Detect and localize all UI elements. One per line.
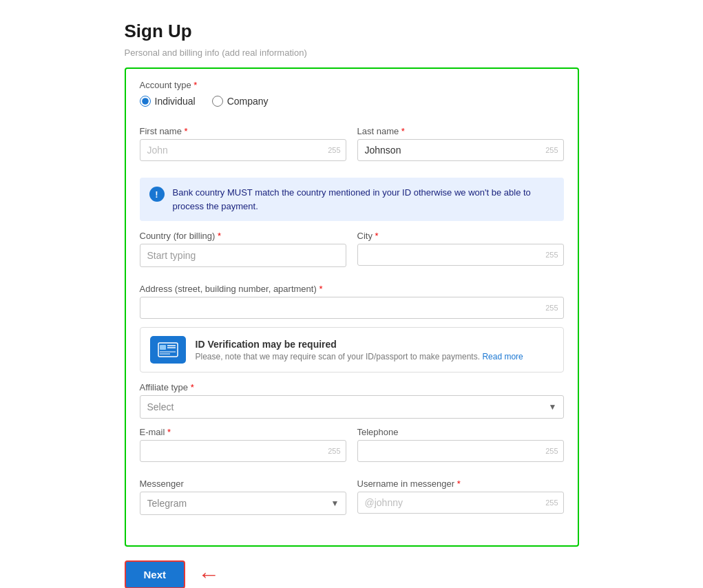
page-subtitle: Personal and billing info (add real info… <box>125 48 579 58</box>
last-name-group: Last name * 255 <box>357 126 564 161</box>
country-label: Country (for billing) * <box>140 231 346 241</box>
account-type-label: Account type * <box>140 80 564 90</box>
first-name-input[interactable] <box>140 139 346 161</box>
address-input[interactable] <box>140 297 564 319</box>
affiliate-type-group: Affiliate type * Select ▼ <box>140 382 564 419</box>
first-name-label: First name * <box>140 126 346 136</box>
company-radio-label[interactable]: Company <box>212 96 269 107</box>
messenger-select-wrapper: Telegram WhatsApp Viber ▼ <box>140 492 346 515</box>
individual-label: Individual <box>155 96 196 107</box>
signup-form: Account type * Individual Company First … <box>125 67 579 547</box>
last-name-wrapper: 255 <box>357 139 564 161</box>
city-label: City * <box>357 231 564 241</box>
address-label: Address (street, building number, apartm… <box>140 284 564 294</box>
messenger-select[interactable]: Telegram WhatsApp Viber <box>140 492 346 515</box>
alert-icon: ! <box>149 187 165 202</box>
email-input[interactable] <box>140 440 346 462</box>
city-wrapper: 255 <box>357 244 564 266</box>
username-messenger-label: Username in messenger * <box>357 479 564 489</box>
company-radio[interactable] <box>212 96 223 107</box>
first-name-wrapper: 255 <box>140 139 346 161</box>
id-verify-title: ID Verification may be required <box>196 339 554 350</box>
affiliate-type-select-wrapper: Select ▼ <box>140 395 564 419</box>
next-button-row: Next ← <box>125 549 579 588</box>
telephone-wrapper: 255 <box>357 440 564 462</box>
first-name-group: First name * 255 <box>140 126 346 161</box>
email-label: E-mail * <box>140 427 346 437</box>
email-wrapper: 255 <box>140 440 346 462</box>
country-group: Country (for billing) * <box>140 231 346 267</box>
individual-radio[interactable] <box>140 96 151 107</box>
red-arrow-icon: ← <box>198 563 220 585</box>
username-messenger-group: Username in messenger * 255 <box>357 479 564 515</box>
city-input[interactable] <box>357 244 564 266</box>
id-verify-desc: Please, note that we may require scan of… <box>196 352 554 361</box>
page-title: Sign Up <box>125 21 579 42</box>
country-city-row: Country (for billing) * City * 255 <box>140 231 564 275</box>
affiliate-type-label: Affiliate type * <box>140 382 564 392</box>
svg-rect-1 <box>160 345 166 350</box>
username-messenger-input[interactable] <box>357 492 564 514</box>
arrow-indicator: ← <box>198 558 220 585</box>
telephone-label: Telephone <box>357 427 564 437</box>
company-label: Company <box>227 96 269 107</box>
address-group: Address (street, building number, apartm… <box>140 284 564 319</box>
messenger-group: Messenger Telegram WhatsApp Viber ▼ <box>140 479 346 515</box>
id-verification-box: ID Verification may be required Please, … <box>140 327 564 372</box>
last-name-label: Last name * <box>357 126 564 136</box>
city-group: City * 255 <box>357 231 564 267</box>
messenger-row: Messenger Telegram WhatsApp Viber ▼ User… <box>140 479 564 523</box>
username-messenger-wrapper: 255 <box>357 492 564 514</box>
email-group: E-mail * 255 <box>140 427 346 462</box>
id-icon-box <box>150 336 186 364</box>
telephone-group: Telephone 255 <box>357 427 564 462</box>
id-verify-read-more-link[interactable]: Read more <box>482 352 523 361</box>
telephone-input[interactable] <box>357 440 564 462</box>
alert-text: Bank country MUST match the country ment… <box>173 186 554 213</box>
name-row: First name * 255 Last name * 255 <box>140 126 564 169</box>
messenger-label: Messenger <box>140 479 346 489</box>
id-text-block: ID Verification may be required Please, … <box>196 339 554 361</box>
country-input[interactable] <box>140 244 346 267</box>
last-name-input[interactable] <box>357 139 564 161</box>
id-card-icon <box>158 342 178 357</box>
affiliate-type-select[interactable]: Select <box>140 395 564 419</box>
individual-radio-label[interactable]: Individual <box>140 96 196 107</box>
email-phone-row: E-mail * 255 Telephone 255 <box>140 427 564 470</box>
address-wrapper: 255 <box>140 297 564 319</box>
next-button[interactable]: Next <box>125 560 186 588</box>
bank-country-alert: ! Bank country MUST match the country me… <box>140 178 564 221</box>
account-type-radio-group: Individual Company <box>140 96 564 107</box>
account-type-group: Account type * Individual Company <box>140 80 564 118</box>
